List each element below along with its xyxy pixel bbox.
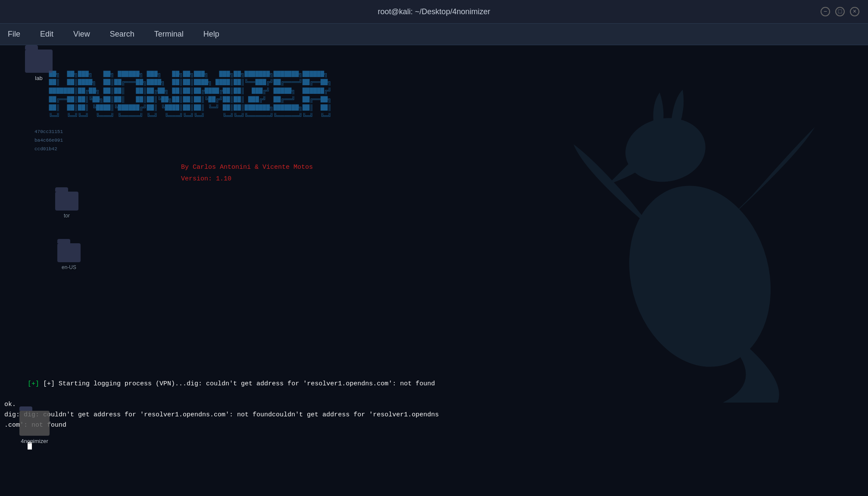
menu-help[interactable]: Help <box>200 28 223 41</box>
folder-icon-lab <box>25 50 53 73</box>
terminal-cursor-line <box>4 431 864 462</box>
lab-label: lab <box>35 75 42 81</box>
menu-terminal[interactable]: Terminal <box>151 28 187 41</box>
folder-icon-4nonimizer <box>19 411 50 436</box>
en-us-label: en-US <box>62 264 76 270</box>
folder-icon-tor <box>55 192 78 211</box>
titlebar: root@kali: ~/Desktop/4nonimizer − □ × <box>0 0 868 24</box>
terminal-output: [+] [+] Starting logging process (VPN)..… <box>0 369 868 462</box>
credits-line2: Version: 1.10 <box>181 173 313 185</box>
titlebar-controls: − □ × <box>821 7 859 16</box>
menu-edit[interactable]: Edit <box>37 28 57 41</box>
menubar: File Edit View Search Terminal Help <box>0 24 868 45</box>
credits-line1: By Carlos Antonini & Vicente Motos <box>181 161 313 173</box>
credits-text: By Carlos Antonini & Vicente Motos Versi… <box>181 161 313 185</box>
dragon-watermark <box>532 58 834 403</box>
desktop-icon-4nonimizer[interactable]: 4nonimizer <box>13 411 56 444</box>
nonimizer-label: 4nonimizer <box>21 438 48 444</box>
folder-icon-en-us <box>57 243 81 262</box>
svg-point-1 <box>620 112 710 188</box>
desktop-icon-en-us[interactable]: en-US <box>50 243 88 270</box>
desktop-icon-tor[interactable]: tor <box>47 192 86 219</box>
close-button[interactable]: × <box>850 7 859 16</box>
terminal-line-2: ok. <box>4 400 864 410</box>
hash-text-1: 470cc31151 <box>34 129 63 134</box>
desktop-icon-lab[interactable]: lab <box>17 50 60 81</box>
svg-point-0 <box>609 170 790 383</box>
tor-label: tor <box>64 213 70 219</box>
maximize-button[interactable]: □ <box>835 7 845 16</box>
terminal-line-1: [+] [+] Starting logging process (VPN)..… <box>4 369 864 400</box>
hash-text-3: ccd01b42 <box>34 146 57 152</box>
minimize-button[interactable]: − <box>821 7 830 16</box>
titlebar-title: root@kali: ~/Desktop/4nonimizer <box>378 7 490 16</box>
terminal-prefix-1: [+] <box>28 380 43 388</box>
menu-file[interactable]: File <box>4 28 24 41</box>
terminal-line-4: .com': not found <box>4 420 864 431</box>
hash-text-2: ba4c66e091 <box>34 138 63 143</box>
terminal-window: lab ██╗ ██╗███╗ ██╗ ██████╗ ███╗ ██╗██╗█… <box>0 45 868 496</box>
menu-search[interactable]: Search <box>106 28 138 41</box>
ascii-art-logo: ██╗ ██╗███╗ ██╗ ██████╗ ███╗ ██╗██╗███╗ … <box>34 54 331 129</box>
terminal-line-3: dig: dig: couldn't get address for 'reso… <box>4 410 864 420</box>
menu-view[interactable]: View <box>70 28 94 41</box>
